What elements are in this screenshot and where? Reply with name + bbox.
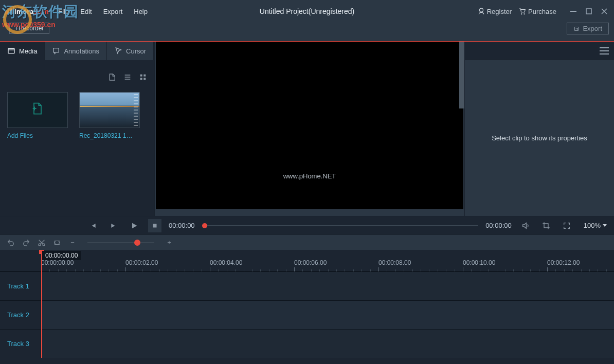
timeline: 00:00:00.00 00:00:00.0000:00:02.0000:00:…: [0, 250, 614, 358]
toolbar-row: +Recorder Export: [0, 23, 614, 41]
media-label: Rec_20180321 1…: [79, 132, 141, 139]
ruler-label: 00:00:10.00: [463, 259, 495, 266]
svg-rect-10: [55, 241, 60, 244]
recorder-button[interactable]: +Recorder: [9, 23, 49, 34]
track-lane[interactable]: [41, 272, 614, 300]
fullscreen-button[interactable]: [560, 219, 573, 232]
ruler-label: 00:00:12.00: [547, 259, 580, 266]
maximize-button[interactable]: [584, 7, 593, 16]
tab-cursor[interactable]: Cursor: [107, 42, 154, 60]
cut-button[interactable]: [37, 238, 46, 247]
track-lane[interactable]: [41, 301, 614, 329]
window-title: Untitled Project(Unregistered): [260, 7, 354, 15]
timeline-zoom-slider[interactable]: [87, 242, 154, 243]
track-header[interactable]: Track 2: [0, 301, 41, 329]
playback-current-time: 00:00:00: [169, 222, 195, 229]
properties-placeholder: Select clip to show its properties: [465, 60, 614, 216]
media-label: Add Files: [7, 132, 69, 139]
undo-button[interactable]: [6, 238, 15, 247]
svg-rect-2: [8, 48, 14, 53]
svg-rect-1: [586, 9, 591, 14]
track-lane[interactable]: [41, 330, 614, 358]
zoom-out-button[interactable]: −: [68, 238, 77, 247]
svg-rect-4: [143, 75, 146, 77]
media-panel: Media Annotations Cursor: [0, 42, 154, 216]
menu-bar: filmorascrn File Edit Export Help Untitl…: [0, 0, 614, 23]
tab-media[interactable]: Media: [0, 42, 45, 60]
import-icon[interactable]: [108, 73, 116, 81]
preview-zoom[interactable]: 100%: [584, 222, 607, 229]
next-frame-button[interactable]: [107, 219, 120, 232]
menu-edit[interactable]: Edit: [80, 8, 92, 15]
timeline-zoom-handle[interactable]: [134, 240, 140, 246]
panel-menu-icon[interactable]: [600, 47, 609, 54]
grid-view-icon[interactable]: [139, 73, 147, 81]
add-file-icon: [30, 101, 45, 119]
ruler-label: 00:00:02.00: [125, 259, 158, 266]
playback-scrubber[interactable]: [202, 225, 479, 226]
svg-rect-0: [570, 11, 576, 12]
playback-scrubber-handle[interactable]: [202, 223, 207, 228]
menu-help[interactable]: Help: [134, 8, 148, 15]
preview-canvas[interactable]: www.pHome.NET: [156, 42, 463, 209]
main-area: Media Annotations Cursor: [0, 41, 614, 216]
timeline-ruler[interactable]: 00:00:00.0000:00:02.0000:00:04.0000:00:0…: [0, 250, 614, 271]
track-row: Track 3: [0, 329, 614, 358]
ruler-label: 00:00:08.00: [378, 259, 411, 266]
svg-rect-7: [153, 224, 157, 227]
svg-rect-5: [140, 78, 142, 80]
export-button[interactable]: Export: [567, 23, 609, 34]
play-button[interactable]: [128, 219, 141, 232]
svg-rect-6: [143, 78, 146, 80]
track-header[interactable]: Track 1: [0, 272, 41, 300]
purchase-link[interactable]: Purchase: [519, 8, 556, 15]
track-row: Track 1: [0, 271, 614, 300]
preview-watermark: www.pHome.NET: [283, 172, 336, 180]
preview-scrollbar[interactable]: [459, 42, 464, 108]
playhead-line: [41, 250, 42, 358]
register-link[interactable]: Register: [478, 8, 512, 15]
volume-button[interactable]: [519, 219, 532, 232]
ruler-label: 00:00:00.00: [41, 259, 74, 266]
svg-rect-3: [140, 75, 142, 77]
menu-export[interactable]: Export: [103, 8, 123, 15]
menu-file[interactable]: File: [58, 8, 69, 15]
add-files-tile[interactable]: Add Files: [7, 92, 69, 139]
ruler-label: 00:00:06.00: [294, 259, 327, 266]
top-menus: File Edit Export Help: [58, 8, 148, 15]
redo-button[interactable]: [22, 238, 31, 247]
track-header[interactable]: Track 3: [0, 330, 41, 358]
app-logo: filmorascrn: [5, 8, 49, 15]
crop-button[interactable]: [539, 219, 553, 232]
marker-button[interactable]: [52, 238, 62, 247]
playback-total-time: 00:00:00: [485, 222, 512, 229]
media-clip[interactable]: Rec_20180321 1…: [79, 92, 141, 139]
timeline-controls: − +: [0, 234, 614, 250]
preview-panel: www.pHome.NET: [154, 42, 465, 216]
zoom-in-button[interactable]: +: [165, 238, 174, 247]
minimize-button[interactable]: [569, 7, 578, 16]
tab-annotations[interactable]: Annotations: [45, 42, 107, 60]
close-button[interactable]: [600, 7, 609, 16]
prev-frame-button[interactable]: [86, 219, 100, 232]
track-row: Track 2: [0, 300, 614, 329]
stop-button[interactable]: [148, 219, 161, 232]
ruler-label: 00:00:04.00: [210, 259, 242, 266]
playhead-time: 00:00:00.00: [42, 251, 81, 260]
properties-panel: Select clip to show its properties: [465, 42, 614, 216]
playback-bar: 00:00:00 00:00:00 100%: [0, 216, 614, 234]
list-view-icon[interactable]: [123, 73, 132, 81]
